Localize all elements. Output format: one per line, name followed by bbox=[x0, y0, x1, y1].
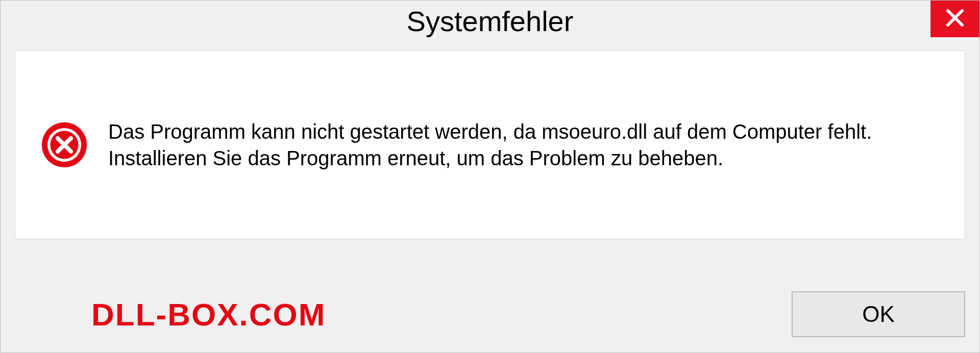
error-icon bbox=[41, 121, 88, 168]
title-bar: Systemfehler bbox=[1, 1, 979, 46]
dialog-title: Systemfehler bbox=[407, 5, 574, 38]
error-dialog: Systemfehler Das Programm kann nicht ges… bbox=[0, 0, 980, 353]
close-icon bbox=[945, 8, 965, 30]
watermark-text: DLL-BOX.COM bbox=[91, 296, 326, 333]
ok-button[interactable]: OK bbox=[792, 291, 965, 337]
message-panel: Das Programm kann nicht gestartet werden… bbox=[15, 51, 965, 239]
close-button[interactable] bbox=[930, 1, 979, 37]
dialog-footer: DLL-BOX.COM OK bbox=[15, 291, 965, 337]
error-message: Das Programm kann nicht gestartet werden… bbox=[108, 118, 939, 171]
